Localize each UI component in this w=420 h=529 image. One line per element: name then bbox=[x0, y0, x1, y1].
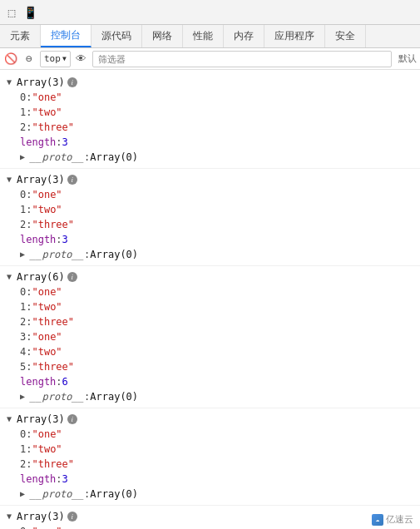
array-item-1-1: 1: "two" bbox=[0, 202, 420, 217]
array-block-3: Array(3) i 0: "one" 1: "two" 2: "three" … bbox=[0, 412, 420, 506]
array-proto-2[interactable]: __proto__ : Array(0) bbox=[0, 389, 420, 404]
array-item-3-2: 2: "three" bbox=[0, 457, 420, 472]
item-value: "two" bbox=[32, 442, 62, 456]
array-proto-1[interactable]: __proto__ : Array(0) bbox=[0, 247, 420, 262]
item-index: 2: bbox=[20, 121, 32, 134]
item-value: "three" bbox=[32, 457, 74, 471]
item-value: "three" bbox=[32, 218, 74, 231]
array-proto-0[interactable]: __proto__ : Array(0) bbox=[0, 150, 420, 165]
console-toolbar: 🚫 ⊖ top ▼ 👁 默认 bbox=[0, 48, 420, 70]
length-value: 6 bbox=[62, 375, 68, 388]
array-length-1: length : 3 bbox=[0, 232, 420, 247]
tab-application[interactable]: 应用程序 bbox=[264, 25, 325, 47]
array-item-0-1: 1: "two" bbox=[0, 105, 420, 120]
proto-value: Array(0) bbox=[90, 248, 138, 261]
array-header-0[interactable]: Array(3) i bbox=[0, 75, 420, 90]
item-index: 3: bbox=[20, 330, 32, 344]
proto-value: Array(0) bbox=[90, 487, 138, 501]
device-toolbar-icon[interactable]: 📱 bbox=[22, 4, 38, 21]
eye-icon[interactable]: 👁 bbox=[74, 52, 89, 67]
length-value: 3 bbox=[62, 472, 68, 486]
array-info-icon-2[interactable]: i bbox=[67, 272, 77, 282]
proto-value: Array(0) bbox=[90, 151, 138, 164]
preserve-log-icon[interactable]: ⊖ bbox=[22, 52, 37, 67]
console-output: Array(3) i 0: "one" 1: "two" 2: "three" … bbox=[0, 70, 420, 529]
proto-name: __proto__ bbox=[30, 487, 84, 501]
array-length-3: length : 3 bbox=[0, 472, 420, 487]
tab-console[interactable]: 控制台 bbox=[41, 25, 91, 47]
array-item-2-2: 2: "three" bbox=[0, 314, 420, 329]
proto-toggle-2[interactable] bbox=[20, 390, 30, 403]
array-item-0-2: 2: "three" bbox=[0, 120, 420, 135]
devtools-header: ⬚ 📱 元素 控制台 源代码 网络 性能 内存 应用程序 安全 🚫 ⊖ bbox=[0, 0, 420, 70]
proto-name: __proto__ bbox=[30, 248, 84, 261]
proto-name: __proto__ bbox=[30, 390, 84, 403]
array-type-3: Array(3) bbox=[17, 413, 65, 426]
item-value: "one" bbox=[32, 285, 62, 299]
length-value: 3 bbox=[62, 136, 68, 149]
array-info-icon-1[interactable]: i bbox=[67, 175, 77, 185]
item-index: 2: bbox=[20, 315, 32, 329]
length-colon: : bbox=[56, 472, 62, 486]
array-type-0: Array(3) bbox=[17, 76, 65, 89]
tab-sources[interactable]: 源代码 bbox=[91, 25, 142, 47]
tab-network[interactable]: 网络 bbox=[142, 25, 183, 47]
item-index: 4: bbox=[20, 345, 32, 358]
array-item-1-0: 0: "one" bbox=[0, 187, 420, 202]
proto-colon: : bbox=[84, 248, 90, 261]
tab-performance[interactable]: 性能 bbox=[183, 25, 224, 47]
array-header-4[interactable]: Array(3) i bbox=[0, 509, 420, 524]
default-label: 默认 bbox=[398, 52, 417, 65]
tab-memory[interactable]: 内存 bbox=[224, 25, 264, 47]
array-item-2-3: 3: "one" bbox=[0, 329, 420, 344]
array-item-1-2: 2: "three" bbox=[0, 217, 420, 232]
item-index: 0: bbox=[20, 188, 32, 201]
item-index: 5: bbox=[20, 360, 32, 373]
array-info-icon-4[interactable]: i bbox=[67, 512, 77, 522]
array-header-3[interactable]: Array(3) i bbox=[0, 412, 420, 427]
watermark-text: 亿速云 bbox=[386, 513, 413, 526]
length-prop: length bbox=[20, 136, 56, 149]
array-proto-3[interactable]: __proto__ : Array(0) bbox=[0, 487, 420, 502]
array-item-3-0: 0: "one" bbox=[0, 427, 420, 442]
length-colon: : bbox=[56, 375, 62, 388]
array-item-2-4: 4: "two" bbox=[0, 344, 420, 359]
item-value: "two" bbox=[32, 203, 62, 216]
array-toggle-1[interactable] bbox=[7, 173, 17, 186]
item-index: 2: bbox=[20, 218, 32, 231]
tab-elements[interactable]: 元素 bbox=[0, 25, 41, 47]
tab-security[interactable]: 安全 bbox=[325, 25, 366, 47]
item-index: 1: bbox=[20, 203, 32, 216]
clear-console-icon[interactable]: 🚫 bbox=[3, 52, 18, 67]
inspect-element-icon[interactable]: ⬚ bbox=[3, 4, 20, 21]
item-value: "one" bbox=[32, 525, 62, 529]
item-index: 0: bbox=[20, 428, 32, 441]
proto-name: __proto__ bbox=[30, 151, 84, 164]
proto-toggle-1[interactable] bbox=[20, 248, 30, 261]
array-item-2-1: 1: "two" bbox=[0, 299, 420, 314]
array-item-4-0: 0: "one" bbox=[0, 524, 420, 529]
array-info-icon-0[interactable]: i bbox=[67, 77, 77, 87]
proto-colon: : bbox=[84, 151, 90, 164]
array-item-2-0: 0: "one" bbox=[0, 284, 420, 299]
item-value: "one" bbox=[32, 330, 62, 344]
watermark: ☁ 亿速云 bbox=[372, 513, 413, 526]
array-item-3-1: 1: "two" bbox=[0, 442, 420, 457]
top-toolbar: ⬚ 📱 bbox=[0, 0, 420, 25]
array-toggle-0[interactable] bbox=[7, 76, 17, 89]
filter-input[interactable] bbox=[92, 51, 392, 67]
array-info-icon-3[interactable]: i bbox=[67, 414, 77, 424]
proto-toggle-3[interactable] bbox=[20, 487, 30, 501]
array-header-2[interactable]: Array(6) i bbox=[0, 269, 420, 284]
proto-value: Array(0) bbox=[90, 390, 138, 403]
array-toggle-2[interactable] bbox=[7, 270, 17, 284]
array-header-1[interactable]: Array(3) i bbox=[0, 172, 420, 187]
context-selector[interactable]: top ▼ bbox=[40, 51, 71, 67]
length-prop: length bbox=[20, 472, 56, 486]
item-index: 1: bbox=[20, 300, 32, 314]
array-toggle-4[interactable] bbox=[7, 510, 17, 523]
item-index: 2: bbox=[20, 457, 32, 471]
item-value: "two" bbox=[32, 345, 62, 358]
proto-toggle-0[interactable] bbox=[20, 151, 30, 164]
array-toggle-3[interactable] bbox=[7, 413, 17, 426]
